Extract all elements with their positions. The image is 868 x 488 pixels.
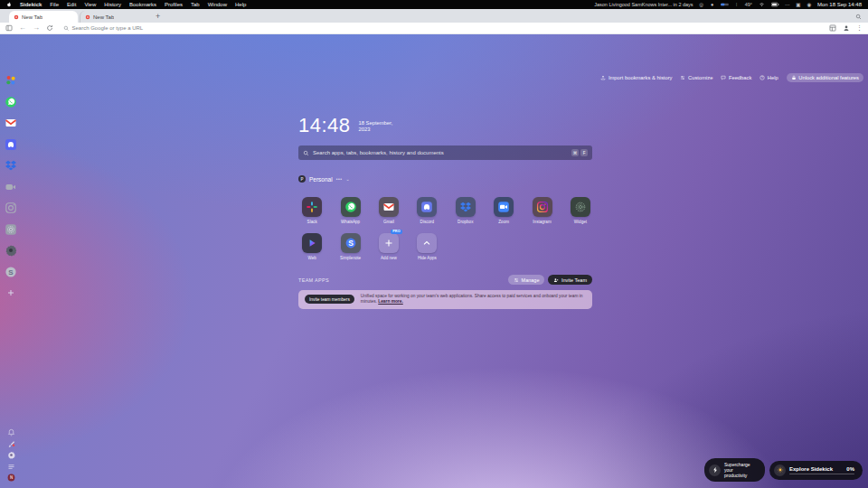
sessions-grid-icon[interactable] [829,24,836,32]
kebab-menu-icon[interactable]: ⋮ [856,24,863,32]
tab-search-icon[interactable] [855,14,862,20]
team-invite-banner: Invite team members Unified space for wo… [298,290,592,309]
header-link-import-bookmarks[interactable]: Import bookmarks & history [600,75,672,80]
screen-record-icon[interactable]: ◎ [699,2,704,8]
battery-icon[interactable] [771,2,779,8]
sidebar-control-settings[interactable] [6,451,15,460]
wifi-icon[interactable] [758,2,766,8]
workspace-avatar[interactable]: P [298,175,306,183]
stats-icon[interactable]: ⁞ [734,2,740,8]
temperature-text[interactable]: 49° [745,2,752,8]
menubar-clock[interactable]: Mon 18 Sep 14:48 [817,2,862,7]
app-tile[interactable] [417,197,437,217]
manage-label: Manage [522,277,540,283]
forward-button[interactable]: → [33,24,40,32]
help-circle-icon: ? [760,75,765,80]
invite-team-label: Invite Team [561,277,587,283]
header-link-customize[interactable]: Customize [680,75,712,80]
sidebar-toggle-icon[interactable] [5,24,13,32]
explore-sidekick-pill[interactable]: Explore Sidekick 0% [769,461,863,480]
play-app-icon [306,237,318,249]
app-tile[interactable] [494,197,514,217]
menubar-item[interactable]: Profiles [165,2,183,7]
sidebar-app-zoom[interactable] [4,180,18,194]
menubar-item[interactable]: Edit [67,2,76,7]
supercharge-pill[interactable]: Supercharge your productivity [704,458,765,482]
sidebar-app-dropbox[interactable] [4,158,18,173]
address-bar[interactable]: Search Google or type a URL [60,25,823,32]
sidebar-app-sidekick-apps[interactable] [4,73,18,88]
sidebar-app-discord[interactable] [4,137,18,152]
learn-more-link[interactable]: Learn more. [378,299,402,304]
input-meter-icon[interactable] [721,2,729,8]
header-link-list: Import bookmarks & history Customize Fee… [600,75,778,80]
app-tile[interactable]: PRO [379,233,399,253]
menubar-item[interactable]: History [104,2,121,7]
header-link-feedback[interactable]: Feedback [721,75,751,80]
app-tile[interactable] [571,197,590,217]
invite-members-button[interactable]: Invite team members [305,295,354,304]
sidebar-app-instagram[interactable] [4,201,18,215]
apple-logo-icon[interactable] [6,2,12,7]
profile-avatar-icon[interactable] [843,24,850,32]
menubar-right: Jason Livingood SamKnows Inter... in 2 d… [594,2,862,8]
app-tile[interactable] [379,197,399,217]
sidebar-app-add-app[interactable] [4,286,18,300]
app-tile[interactable] [341,197,361,217]
sidebar-control-notifications[interactable] [6,428,15,437]
manage-button[interactable]: Manage [508,275,544,285]
universal-search-bar[interactable]: Search apps, tabs, bookmarks, history an… [298,145,592,160]
menubar-item[interactable]: Bookmarks [129,2,156,7]
app-tile[interactable] [456,197,476,217]
shortcut-keycap-cmd-key: ⌘ [571,149,579,156]
reload-button[interactable] [46,24,53,32]
header-link-label: Customize [688,75,712,80]
toolbar-right: ⋮ [829,24,863,32]
browser-tab-new-tab-1[interactable]: New Tab [9,11,78,23]
app-cell-web: Web [293,233,331,260]
calendar-event-text[interactable]: Jason Livingood SamKnows Inter... in 2 d… [594,2,693,7]
sidebar-control-customize[interactable] [6,439,15,448]
siri-icon[interactable]: ◉ [807,2,812,8]
explore-top: Explore Sidekick 0% [789,466,854,472]
browser-tab-new-tab-2[interactable]: New Tab [80,11,148,23]
menubar-item[interactable]: Window [208,2,227,7]
back-button[interactable]: ← [19,24,26,32]
app-cell-add-new: PRO Add new [370,233,408,260]
app-tile[interactable]: S [341,233,361,253]
menubar-item[interactable]: Help [235,2,246,7]
app-tile[interactable] [302,233,322,253]
supercharge-label: Supercharge your productivity [724,462,757,478]
display-icon[interactable]: ▣ [796,2,801,8]
sidebar-app-app[interactable] [4,243,18,258]
sidebar-bottom-controls: N [6,428,15,485]
workspace-collapse-icon[interactable]: ⌄ [345,176,350,182]
sidebar-app-whatsapp[interactable] [4,95,18,109]
app-cell-widget: Widget [561,197,599,224]
menubar-item[interactable]: Sidekick [20,2,42,7]
app-tile[interactable] [533,197,552,217]
app-status-icon[interactable]: ● [710,2,715,8]
app-cell-discord: Discord [408,197,446,224]
workspace-name[interactable]: Personal [309,176,333,183]
menubar-item[interactable]: Tab [191,2,200,7]
sidebar-control-menu[interactable] [6,462,15,471]
sidebar-app-widget[interactable] [4,222,18,237]
invite-team-button[interactable]: Invite Team [548,275,592,285]
new-tab-button[interactable]: + [156,13,160,21]
sidebar-control-profile[interactable]: N [6,474,15,483]
workspace-more-icon[interactable]: ••• [336,176,343,182]
more-menu-icon[interactable]: ⋯ [785,2,790,8]
clock-date: 18 September, 2023 [359,114,397,137]
menubar-item[interactable]: File [50,2,59,7]
unlock-features-button[interactable]: Unlock additional features [787,73,863,82]
menubar-left: SidekickFileEditViewHistoryBookmarksProf… [6,2,246,7]
menubar-item[interactable]: View [84,2,96,7]
newtab-header-links: Import bookmarks & history Customize Fee… [600,73,863,82]
app-tile[interactable] [302,197,322,217]
sidebar-app-gmail[interactable] [4,116,18,130]
browser-toolbar: ← → Search Google or type a URL ⋮ [0,23,868,34]
header-link-help[interactable]: ? Help [760,75,778,80]
sidebar-app-simplenote[interactable]: S [4,265,18,279]
app-tile[interactable] [417,233,437,253]
